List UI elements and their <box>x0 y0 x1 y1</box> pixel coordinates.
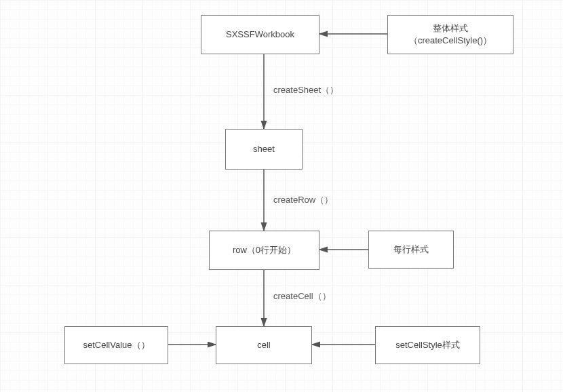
node-set-cell-style: setCellStyle样式 <box>375 326 480 364</box>
node-row-style: 每行样式 <box>368 231 454 269</box>
node-cell: cell <box>216 326 312 364</box>
edge-label-create-cell: createCell（） <box>273 290 331 302</box>
node-set-cell-value: setCellValue（） <box>64 326 168 364</box>
node-sheet: sheet <box>225 129 303 170</box>
edge-label-create-row: createRow（） <box>273 194 333 206</box>
diagram-canvas: SXSSFWorkbook 整体样式 （createCellStyle()） s… <box>0 0 563 392</box>
node-sxssf-workbook: SXSSFWorkbook <box>201 15 319 54</box>
edge-label-create-sheet: createSheet（） <box>273 84 338 96</box>
node-row: row（0行开始） <box>209 231 319 270</box>
node-workbook-style: 整体样式 （createCellStyle()） <box>387 15 513 54</box>
